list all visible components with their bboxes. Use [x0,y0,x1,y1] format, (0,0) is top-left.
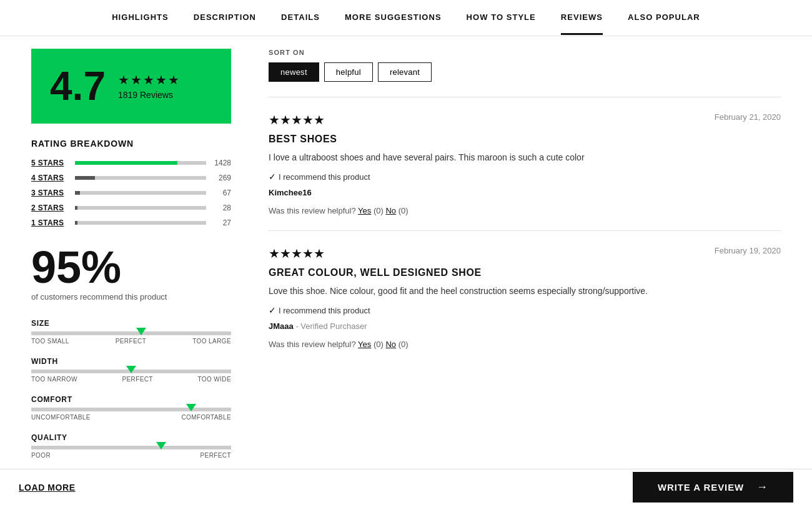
bar-label-4[interactable]: 2 STARS [31,203,69,212]
slider-left-label-3: POOR [31,452,51,459]
bar-track-3 [75,191,206,195]
slider-track-0 [31,331,231,335]
bar-fill-2 [75,176,95,180]
helpful-yes-0[interactable]: Yes [358,206,371,215]
bar-label-3[interactable]: 3 STARS [31,189,69,197]
slider-quality: QUALITYPOORPERFECT [31,433,231,459]
bar-fill-4 [75,206,77,210]
sort-label: SORT ON [269,49,781,56]
write-review-label: WRITE A REVIEW [658,482,744,484]
slider-right-label-2: COMFORTABLE [181,414,231,421]
helpful-text-0: Was this review helpful? [269,206,358,215]
bar-count-5: 27 [212,218,231,227]
slider-labels-row-2: UNCOMFORTABLECOMFORTABLE [31,414,231,421]
breakdown-title: RATING BREAKDOWN [31,139,231,149]
slider-comfort: COMFORTUNCOMFORTABLECOMFORTABLE [31,395,231,421]
slider-track-wrap-0 [31,331,231,335]
slider-track-2 [31,408,231,411]
bar-label-5[interactable]: 1 STARS [31,218,69,227]
slider-track-wrap-1 [31,370,231,373]
sort-buttons: newest helpful relevant [269,62,781,82]
slider-track-3 [31,446,231,449]
slider-right-label-3: PERFECT [201,452,231,459]
bar-count-3: 67 [212,189,231,197]
slider-labels-row-1: TOO NARROWPERFECTTOO WIDE [31,376,231,383]
slider-labels-row-0: TOO SMALLPERFECTTOO LARGE [31,338,231,345]
recommend-text-1: I recommend this product [279,306,370,315]
reviews-container: ★★★★★ February 21, 2020 BEST SHOES I lov… [269,97,781,364]
rating-count: 1819 Reviews [118,90,179,100]
nav-more-suggestions[interactable]: MORE SUGGESTIONS [345,1,442,34]
slider-indicator-3 [156,442,166,449]
checkmark-icon-0: ✓ [269,172,276,182]
slider-left-label-1: TOO NARROW [31,376,77,383]
slider-left-label-0: TOO SMALL [31,338,69,345]
reviewer-name-1: JMaaa - Verified Purchaser [269,321,781,331]
sort-section: SORT ON newest helpful relevant [269,49,781,82]
bar-row-3: 3 STARS67 [31,189,231,197]
star-3: ★ [143,72,154,87]
bar-count-1: 1428 [212,159,231,167]
nav-description[interactable]: DESCRIPTION [194,1,256,34]
bar-label-2[interactable]: 4 STARS [31,174,69,182]
bar-track-2 [75,176,206,180]
recommend-pct: 95% [31,245,231,290]
load-more-button[interactable]: LOAD MORE [19,483,76,484]
slider-label-0: SIZE [31,319,231,328]
review-date-0: February 21, 2020 [715,112,781,122]
rating-stars: ★ ★ ★ ★ ★ [118,72,179,87]
review-stars-1: ★★★★★ [269,246,325,261]
recommend-text: of customers recommend this product [31,292,231,302]
nav-highlights[interactable]: HIGHLIGHTS [112,1,169,34]
bar-fill-1 [75,161,177,165]
verified-badge-1: - Verified Purchaser [295,321,367,331]
slider-indicator-0 [136,328,146,335]
bar-fill-3 [75,191,80,195]
review-header-1: ★★★★★ February 19, 2020 [269,246,781,261]
slider-right-label-0: TOO LARGE [192,338,231,345]
rating-box: 4.7 ★ ★ ★ ★ ★ 1819 Reviews [31,49,231,124]
write-review-button[interactable]: WRITE A REVIEW → [633,472,793,484]
rating-breakdown: 5 STARS14284 STARS2693 STARS672 STARS281… [31,159,231,227]
sort-btn-helpful[interactable]: helpful [324,62,373,82]
slider-center-label-1: PERFECT [122,376,152,383]
slider-width: WIDTHTOO NARROWPERFECTTOO WIDE [31,357,231,383]
helpful-yes-1[interactable]: Yes [358,340,371,349]
helpful-no-1[interactable]: No [385,340,396,349]
slider-indicator-1 [126,366,136,373]
sort-btn-newest[interactable]: newest [269,62,319,82]
star-2: ★ [131,72,142,87]
nav-how-to-style[interactable]: HOW TO STYLE [467,1,536,34]
bar-fill-5 [75,221,77,225]
rating-score: 4.7 [50,66,106,106]
star-1: ★ [118,72,129,87]
left-panel: 4.7 ★ ★ ★ ★ ★ 1819 Reviews RATING BREAKD… [31,49,231,471]
slider-track-wrap-3 [31,446,231,449]
helpful-text-1: Was this review helpful? [269,340,358,349]
nav-also-popular[interactable]: ALSO POPULAR [628,1,700,34]
nav-reviews[interactable]: REVIEWS [561,1,603,35]
bar-count-4: 28 [212,203,231,212]
review-card-1: ★★★★★ February 19, 2020 GREAT COLOUR, WE… [269,230,781,364]
review-title-1: GREAT COLOUR, WELL DESIGNED SHOE [269,267,781,278]
slider-label-3: QUALITY [31,433,231,442]
bar-track-1 [75,161,206,165]
bar-label-1[interactable]: 5 STARS [31,159,69,167]
nav-details[interactable]: DETAILS [281,1,320,34]
slider-right-label-1: TOO WIDE [197,376,231,383]
review-stars-0: ★★★★★ [269,112,325,127]
slider-labels-row-3: POORPERFECT [31,452,231,459]
rating-right: ★ ★ ★ ★ ★ 1819 Reviews [118,72,179,100]
review-card-0: ★★★★★ February 21, 2020 BEST SHOES I lov… [269,97,781,230]
right-panel: SORT ON newest helpful relevant ★★★★★ Fe… [269,49,781,471]
slider-indicator-2 [186,404,196,411]
checkmark-icon-1: ✓ [269,305,276,315]
helpful-no-0[interactable]: No [385,206,396,215]
bar-row-1: 5 STARS1428 [31,159,231,167]
sort-btn-relevant[interactable]: relevant [378,62,432,82]
slider-size: SIZETOO SMALLPERFECTTOO LARGE [31,319,231,345]
slider-center-label-0: PERFECT [116,338,146,345]
recommend-line-0: ✓ I recommend this product [269,172,781,182]
review-header-0: ★★★★★ February 21, 2020 [269,112,781,127]
helpful-row-0: Was this review helpful? Yes (0) No (0) [269,206,781,215]
